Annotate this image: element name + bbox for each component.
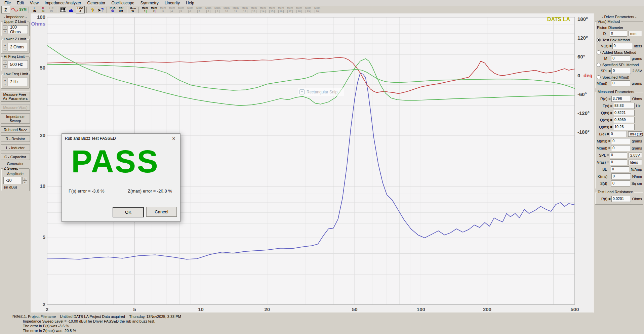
- limit-value-input[interactable]: 500 Hz: [8, 60, 28, 69]
- memory-15-button: Mem15: [268, 6, 276, 13]
- radio-specified-spl-method[interactable]: Specified SPL Method: [597, 63, 642, 67]
- radio-button[interactable]: [597, 38, 601, 42]
- parameter-value-input[interactable]: 10.23: [613, 124, 635, 130]
- bar-graph-icon-button[interactable]: [68, 6, 76, 13]
- menu-edit[interactable]: Edit: [14, 0, 27, 6]
- parameter-value-input[interactable]: 0: [611, 145, 630, 151]
- driver-parameters-panel: - Driver Parameters - V(as) Method Pisto…: [594, 13, 644, 334]
- menu-view[interactable]: View: [27, 0, 42, 6]
- vas-field-row: D =0mm: [596, 31, 642, 37]
- memory-5-button: Mem5: [177, 6, 186, 13]
- parameter-value-input[interactable]: 0: [610, 159, 627, 165]
- freq-axis-tick-label: 20: [264, 306, 270, 312]
- parameter-value-input[interactable]: 0.0201: [611, 196, 631, 202]
- r-resistor-button[interactable]: R - Resistor: [1, 135, 30, 142]
- parameter-value-input[interactable]: 0: [611, 166, 630, 172]
- radio-button[interactable]: [597, 75, 601, 79]
- spin-up-button[interactable]: ▲: [3, 60, 7, 65]
- help-button[interactable]: ?: [88, 6, 96, 13]
- memory-13-button: Mem13: [249, 6, 258, 13]
- parameter-value-input[interactable]: 0: [610, 152, 627, 158]
- z-axis-tick-label: 20: [40, 132, 45, 138]
- parameter-value-input[interactable]: 0: [611, 80, 630, 86]
- z-sweep-group-title: Z Sweep: [3, 166, 19, 170]
- radio-button[interactable]: [597, 50, 601, 54]
- measured-parameters-group: Measured Parameters R(e) =3.796OhmsF(s) …: [595, 92, 643, 189]
- radio-test-box-method[interactable]: Test Box Method: [597, 38, 642, 42]
- rub-and-buzz-button[interactable]: Rub and Buzz: [1, 126, 30, 133]
- limit-value-input[interactable]: 2 Hz: [8, 78, 28, 86]
- dialog-title-bar[interactable]: Rub and Buzz Test PASSED ✕: [62, 134, 180, 143]
- spin-up-button[interactable]: ▲: [3, 78, 7, 82]
- limit-group-hi-freq-limit: Hi Freq Limit▲▼500 Hz: [1, 56, 30, 71]
- measured-parameter-row: Q(ts) =0.8221: [596, 110, 642, 116]
- parameter-value-input[interactable]: 0.8939: [613, 117, 635, 123]
- left-input-button[interactable]: LIN: [31, 6, 39, 13]
- spin-down-button[interactable]: ▼: [3, 65, 7, 69]
- parameter-value-input[interactable]: 0: [610, 31, 627, 37]
- measure-free-air-parameters-button[interactable]: Measure Free-Air Parameters: [1, 91, 30, 102]
- parameter-value-input[interactable]: 53.83: [613, 103, 635, 109]
- phase-display-button[interactable]: PHAΦ: [109, 6, 117, 13]
- phase-axis-zero-label: 0: [577, 73, 580, 78]
- parameter-unit: liters: [634, 44, 642, 48]
- amplitude-up-button[interactable]: ▲: [23, 177, 27, 180]
- parameter-unit: Sq cm: [632, 181, 642, 185]
- menu-generator[interactable]: Generator: [84, 0, 109, 6]
- limit-value-input[interactable]: 100 Ohms: [8, 25, 28, 34]
- parameter-unit: mH (1k): [628, 131, 642, 137]
- dats-la-window: { "menu": {"items": ["File", "Edit", "Vi…: [0, 0, 644, 334]
- parameter-value-input[interactable]: 0: [611, 138, 630, 144]
- c-capacitor-button[interactable]: C - Capacitor: [1, 154, 30, 160]
- freq-axis-tick-label: 5: [133, 306, 136, 312]
- radio-button[interactable]: [597, 63, 601, 67]
- menu-help[interactable]: Help: [183, 0, 197, 6]
- radio-specified-m-md-[interactable]: Specified M(md): [597, 75, 642, 79]
- real-imaginary-button[interactable]: RE//IM: [117, 6, 125, 13]
- parameter-unit: N/Amp: [631, 167, 642, 171]
- parameter-value-input[interactable]: 0: [611, 55, 630, 61]
- context-help-button[interactable]: ➤?: [97, 6, 105, 13]
- pass-result-text: PASS: [71, 146, 159, 177]
- impedance-z-button[interactable]: Z: [1, 6, 10, 13]
- vas-method-group: V(as) Method Piston DiameterD =0mmTest B…: [595, 22, 643, 89]
- symmetry-button[interactable]: SYM: [19, 6, 27, 13]
- spin-up-button[interactable]: ▲: [3, 43, 7, 47]
- parameter-value-input[interactable]: 0: [611, 173, 631, 179]
- sine-wave-generator-button[interactable]: [10, 6, 18, 13]
- menu-oscilloscope[interactable]: Oscilloscope: [109, 0, 137, 6]
- memory-20-button: Mem20: [313, 6, 322, 13]
- z-sweep-amplitude-input[interactable]: -10: [3, 177, 22, 184]
- impedance-sweep-button[interactable]: Impedance Sweep: [1, 113, 30, 124]
- parameter-value-input[interactable]: 0: [610, 131, 627, 137]
- parameter-value-input[interactable]: 0: [611, 180, 630, 186]
- right-input-button[interactable]: RIN: [39, 6, 47, 13]
- parameter-value-input[interactable]: 0.8221: [613, 110, 635, 116]
- parameter-value-input[interactable]: 3.796: [611, 96, 631, 102]
- radio-added-mass-method[interactable]: Added Mass Method: [597, 50, 642, 54]
- memory-19-button: Mem19: [304, 6, 313, 13]
- close-icon[interactable]: ✕: [167, 134, 180, 143]
- memory-2-button[interactable]: Mem2: [150, 6, 158, 13]
- memory-w-button[interactable]: MemW: [129, 6, 137, 13]
- menu-file[interactable]: File: [1, 0, 14, 6]
- parameter-value-input[interactable]: 0: [611, 68, 631, 74]
- memory-1-button[interactable]: Mem1: [140, 6, 149, 13]
- spin-down-button[interactable]: ▼: [3, 30, 7, 34]
- l-inductor-button[interactable]: L - Inductor: [1, 144, 30, 151]
- spin-down-button[interactable]: ▼: [3, 47, 7, 51]
- spin-down-button[interactable]: ▼: [3, 82, 7, 86]
- log-z-scale-button[interactable]: LOGZ: [76, 6, 85, 13]
- limit-value-input[interactable]: 2 Ohms: [8, 43, 28, 51]
- spin-up-button[interactable]: ▲: [3, 25, 7, 30]
- cancel-button[interactable]: Cancel: [146, 207, 177, 217]
- amplitude-down-button[interactable]: ▼: [23, 180, 27, 184]
- menu-impedance-analyzer[interactable]: Impedance Analyzer: [42, 0, 84, 6]
- memory-9-button: Mem9: [213, 6, 222, 13]
- menu-linearity[interactable]: Linearity: [162, 0, 183, 6]
- piano-keys-icon-button[interactable]: [59, 6, 67, 13]
- parameter-value-input[interactable]: 0: [612, 43, 633, 49]
- ok-button[interactable]: OK: [113, 207, 144, 217]
- vas-field-row: V(B) =0liters: [596, 43, 642, 49]
- menu-symmetry[interactable]: Symmetry: [137, 0, 162, 6]
